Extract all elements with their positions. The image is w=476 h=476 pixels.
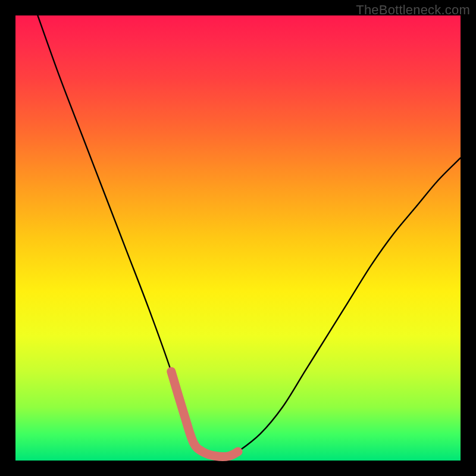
chart-frame: TheBottleneck.com xyxy=(0,0,476,476)
curve-svg xyxy=(15,15,461,461)
bottleneck-curve-highlight xyxy=(171,371,238,456)
plot-area xyxy=(15,15,461,461)
bottleneck-curve xyxy=(37,15,461,456)
